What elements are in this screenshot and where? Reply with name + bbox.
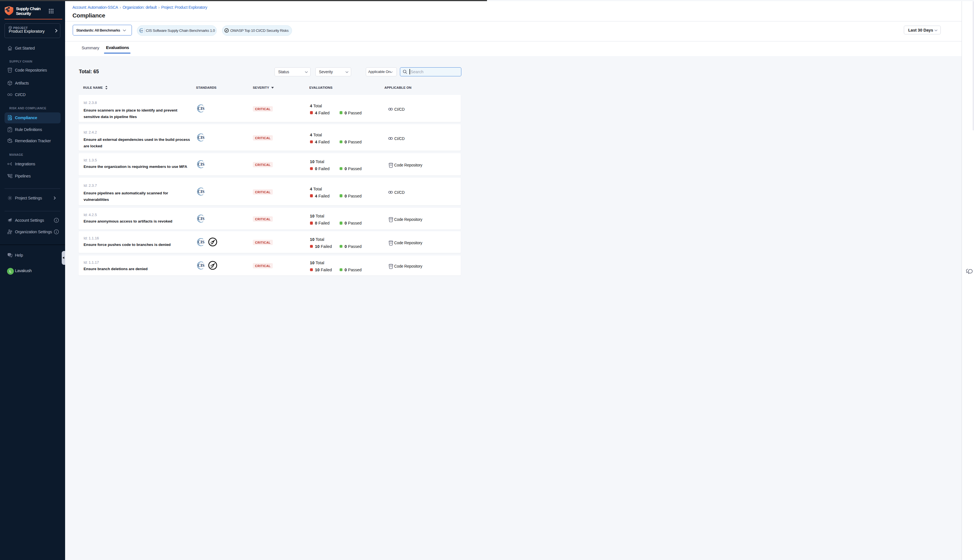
svg-text:CIS: CIS bbox=[198, 106, 205, 110]
svg-text:CIS: CIS bbox=[198, 135, 205, 140]
svg-text:CIS: CIS bbox=[198, 189, 205, 193]
svg-text:CIS: CIS bbox=[198, 216, 205, 221]
svg-text:CIS: CIS bbox=[198, 240, 205, 244]
svg-text:CIS: CIS bbox=[140, 29, 143, 31]
svg-text:CIS: CIS bbox=[198, 263, 205, 268]
svg-text:CIS: CIS bbox=[198, 162, 205, 167]
